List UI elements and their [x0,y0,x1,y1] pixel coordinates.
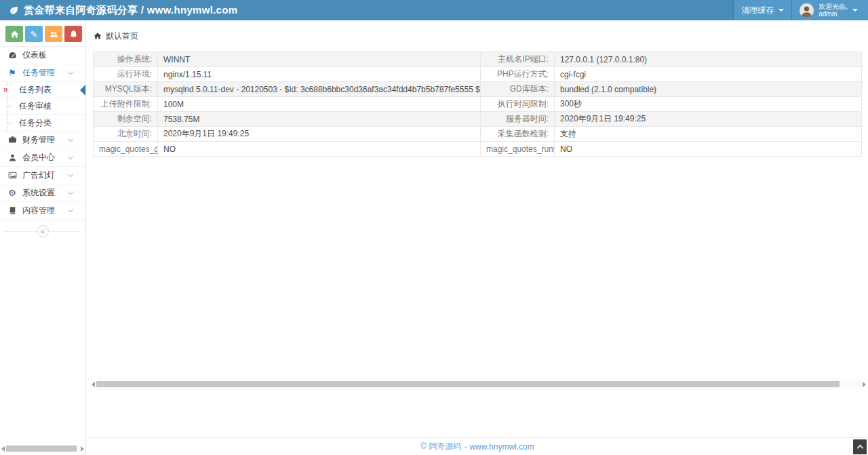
sidebar-item-label: 广告幻灯 [22,170,55,181]
clear-cache-label: 清理缓存 [741,5,774,16]
table-row: 剩余空间:7538.75M服务器时间:2020年9月1日 19:49:25 [94,112,862,127]
header-nav: 清理缓存 欢迎光临, admin [733,0,868,20]
sidebar-subitem-label: 任务列表 [19,84,52,96]
scroll-track[interactable] [96,380,861,388]
pencil-icon: ✎ [31,30,38,39]
scroll-right-arrow[interactable] [863,382,866,387]
info-value: mysqlnd 5.0.11-dev - 20120503 - $Id: 3c6… [158,82,481,97]
table-row: 北京时间:2020年9月1日 19:49:25采集函数检测:支持 [94,127,862,142]
info-value: WINNT [158,52,481,67]
chevron-down-icon [68,172,73,177]
scroll-track[interactable] [6,445,79,452]
footer-separator: - [464,442,467,452]
info-label: magic_quotes_gpc: [94,142,158,157]
info-value: NO [158,142,481,157]
home-icon [10,30,19,39]
info-label: GD库版本: [481,82,555,97]
brand[interactable]: 赏金帮来自阿奇源码分享 / www.hnymwl.com [0,0,237,20]
sidebar-collapse-button[interactable]: « [0,223,85,239]
info-label: magic_quotes_runtime: [481,142,555,157]
active-marker-triangle [80,85,85,96]
breadcrumb-label: 默认首页 [106,31,138,42]
clear-cache-dropdown[interactable]: 清理缓存 [733,0,791,20]
home-button[interactable] [5,26,23,42]
sidebar-subitem[interactable]: »任务列表 [0,82,85,98]
info-value: 2020年9月1日 19:49:25 [158,127,481,142]
sidebar-item-label: 会员中心 [22,152,55,163]
info-value: 300秒 [555,97,862,112]
info-label: MYSQL版本: [94,82,158,97]
sidebar-item-label: 财务管理 [22,134,55,146]
chevron-up-icon [856,445,863,452]
quick-buttons: ✎ [0,20,85,46]
sidebar-hscrollbar [1,445,84,452]
notifications-button[interactable] [64,26,82,42]
scroll-left-arrow[interactable] [1,446,5,452]
sidebar-subitem-label: 任务分类 [19,117,52,129]
footer: © 阿奇源码 - www.hnymwl.com [87,437,868,455]
user-dropdown[interactable]: 欢迎光临, admin [791,0,868,20]
breadcrumb: 默认首页 [87,20,868,52]
info-label: 执行时间限制: [481,97,555,112]
gear-icon: ⚙ [7,189,18,197]
sidebar-subitem[interactable]: 任务审核 [0,98,85,115]
caret-down-icon [852,9,858,12]
back-to-top-button[interactable] [853,439,867,454]
sidebar-item-settings[interactable]: ⚙系统设置 [0,184,85,202]
chevron-down-icon [68,207,73,212]
sidebar-item-finance[interactable]: 财务管理 [0,132,85,149]
home-icon [94,32,102,40]
chevron-down-icon [68,136,73,142]
chevron-down-icon [68,69,73,75]
welcome-text: 欢迎光临, admin [818,3,848,18]
info-label: PHP运行方式: [481,67,555,82]
edit-button[interactable]: ✎ [25,26,43,42]
info-value: 127.0.0.1 (127.0.0.1:80) [555,52,862,67]
sidebar-item-label: 内容管理 [22,205,55,216]
angle-double-left-icon: « [37,225,49,237]
table-row: 上传附件限制:100M执行时间限制:300秒 [94,97,862,112]
bell-icon [69,30,78,39]
table-row: 操作系统:WINNT主机名IP端口:127.0.0.1 (127.0.0.1:8… [94,52,862,67]
sidebar-item-dashboard[interactable]: 仪表板 [0,47,85,64]
copyright-text: © 阿奇源码 [420,441,461,452]
sidebar-item-members[interactable]: 会员中心 [0,149,85,167]
caret-down-icon [778,9,784,12]
sidebar-subitem-label: 任务审核 [19,100,52,112]
info-label: 北京时间: [94,127,158,142]
info-value: 100M [158,97,481,112]
active-arrow-icon: » [3,85,8,94]
sidebar-item-tasks[interactable]: ⚑任务管理 [0,64,85,82]
avatar [800,3,814,18]
sidebar-item-label: 仪表板 [22,50,47,61]
leaf-icon [9,5,19,16]
users-button[interactable] [45,26,62,42]
scroll-right-arrow[interactable] [81,446,84,452]
chevron-down-icon [68,189,73,195]
scroll-thumb[interactable] [96,381,840,387]
username: admin [818,10,837,18]
info-label: 剩余空间: [94,112,158,127]
footer-link[interactable]: www.hnymwl.com [469,442,534,452]
info-value: 7538.75M [158,112,481,127]
info-value: NO [555,142,862,157]
scroll-left-arrow[interactable] [92,382,95,387]
sidebar-item-ads[interactable]: 广告幻灯 [0,167,85,184]
sidebar-item-label: 系统设置 [22,187,55,199]
submenu-tasks: »任务列表任务审核任务分类 [0,82,85,132]
table-row: magic_quotes_gpc:NOmagic_quotes_runtime:… [94,142,862,157]
content-hscrollbar [92,380,866,388]
sidebar-item-label: 任务管理 [22,67,55,79]
image-icon [7,171,18,180]
table-row: 运行环境:nginx/1.15.11PHP运行方式:cgi-fcgi [94,67,862,82]
scroll-thumb[interactable] [6,446,77,452]
finance-icon [7,136,18,144]
info-label: 运行环境: [94,67,158,82]
sidebar-subitem[interactable]: 任务分类 [0,115,85,131]
app-title: 赏金帮来自阿奇源码分享 / www.hnymwl.com [24,4,237,17]
users-icon [50,30,58,39]
system-info-table: 操作系统:WINNT主机名IP端口:127.0.0.1 (127.0.0.1:8… [93,52,862,157]
info-value: cgi-fcgi [555,67,862,82]
info-value: 2020年9月1日 19:49:25 [555,112,862,127]
sidebar-item-content[interactable]: 内容管理 [0,202,85,220]
